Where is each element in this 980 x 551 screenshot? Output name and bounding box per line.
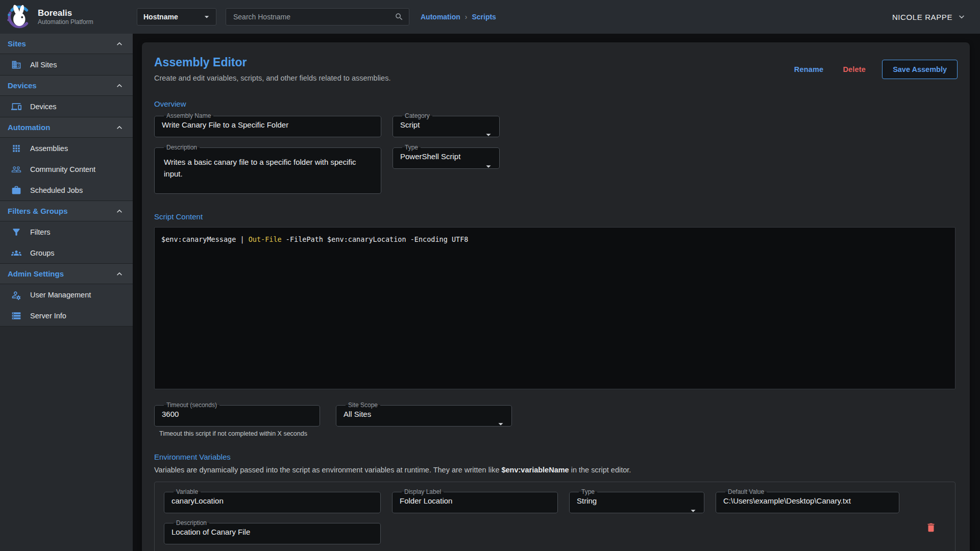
breadcrumb-scripts[interactable]: Scripts (472, 13, 496, 21)
type-value: PowerShell Script (399, 151, 493, 161)
assembly-name-field[interactable]: Assembly Name Write Canary File to a Spe… (154, 113, 381, 137)
sidebar-header-label: Admin Settings (8, 269, 64, 278)
display-label-field[interactable]: Display Label Folder Location (392, 489, 558, 513)
variable-description-value[interactable]: Location of Canary File (170, 526, 374, 536)
sidebar: Sites All Sites Devices Devices Automati… (0, 34, 133, 551)
chevron-up-icon (114, 81, 125, 91)
save-assembly-button[interactable]: Save Assembly (882, 60, 958, 79)
site-scope-select[interactable]: Site Scope All Sites (336, 403, 512, 427)
chevron-down-icon (957, 12, 967, 22)
site-scope-label: Site Scope (346, 403, 380, 408)
env-vars-section-label: Environment Variables (154, 453, 958, 461)
description-value[interactable]: Writes a basic canary file to a specific… (161, 151, 375, 180)
sidebar-item-filters[interactable]: Filters (0, 221, 133, 242)
brand: Borealis Automation Platform (0, 4, 133, 30)
sidebar-item-label: Server Info (30, 312, 66, 320)
variable-name-field[interactable]: Variable canaryLocation (164, 489, 381, 513)
sidebar-section-sites: Sites All Sites (0, 34, 133, 76)
breadcrumb-automation[interactable]: Automation (421, 13, 460, 21)
sidebar-header-sites[interactable]: Sites (0, 34, 133, 54)
sidebar-header-filters-groups[interactable]: Filters & Groups (0, 201, 133, 221)
main-content: Assembly Editor Create and edit variable… (133, 34, 980, 551)
sidebar-section-automation: Automation Assemblies Community Content … (0, 117, 133, 201)
search-icon[interactable] (395, 12, 404, 21)
default-value-label: Default Value (725, 489, 767, 495)
sidebar-section-filters-groups: Filters & Groups Filters Groups (0, 201, 133, 264)
groups-icon (11, 248, 21, 258)
sidebar-item-groups[interactable]: Groups (0, 242, 133, 263)
people-icon (11, 164, 21, 174)
delete-button[interactable]: Delete (837, 61, 872, 78)
sidebar-header-admin-settings[interactable]: Admin Settings (0, 264, 133, 284)
variable-row-1: Variable canaryLocation Display Label Fo… (164, 489, 946, 513)
variable-name-value[interactable]: canaryLocation (170, 495, 374, 505)
variable-description-label: Description (174, 520, 209, 526)
breadcrumb: Automation › Scripts (421, 13, 496, 21)
borealis-rabbit-logo (6, 4, 32, 30)
env-desc-prefix: Variables are dynamically passed into th… (154, 466, 501, 474)
sidebar-item-all-sites[interactable]: All Sites (0, 54, 133, 75)
rename-button[interactable]: Rename (788, 61, 830, 78)
variable-type-select[interactable]: Type String (569, 489, 704, 513)
grid-icon (11, 143, 21, 154)
chevron-down-icon (202, 12, 212, 22)
sidebar-item-community-content[interactable]: Community Content (0, 159, 133, 180)
sidebar-item-label: Scheduled Jobs (30, 186, 83, 194)
user-name: NICOLE RAPPE (892, 13, 952, 21)
default-value-value[interactable]: C:\Users\example\Desktop\Canary.txt (722, 495, 893, 505)
dropdown-caret-icon (495, 418, 506, 430)
hostname-select[interactable]: Hostname (137, 8, 216, 26)
assembly-name-value[interactable]: Write Canary File to a Specific Folder (161, 119, 375, 129)
sidebar-header-automation[interactable]: Automation (0, 117, 133, 138)
sidebar-section-devices: Devices Devices (0, 76, 133, 117)
timeout-field[interactable]: Timeout (seconds) 3600 (154, 403, 320, 427)
category-label: Category (402, 113, 432, 119)
sidebar-header-label: Devices (8, 81, 37, 90)
sidebar-header-label: Sites (8, 39, 26, 48)
action-buttons: Rename Delete Save Assembly (788, 60, 958, 79)
assembly-name-label: Assembly Name (164, 113, 213, 119)
overview-row-2: Description Writes a basic canary file t… (154, 145, 958, 194)
breadcrumb-separator: › (465, 13, 468, 21)
briefcase-icon (11, 185, 21, 195)
overview-section-label: Overview (154, 99, 958, 108)
sidebar-header-devices[interactable]: Devices (0, 76, 133, 96)
display-label-label: Display Label (402, 489, 444, 495)
display-label-value[interactable]: Folder Location (399, 495, 551, 505)
variable-row-2: Description Location of Canary File (164, 520, 946, 544)
variable-type-value: String (576, 495, 698, 505)
variable-description-field[interactable]: Description Location of Canary File (164, 520, 381, 544)
dropdown-caret-icon (483, 161, 494, 172)
search-input[interactable] (232, 12, 395, 21)
sidebar-item-label: Filters (30, 228, 50, 236)
env-desc-suffix: in the script editor. (569, 466, 631, 474)
type-select[interactable]: Type PowerShell Script (393, 145, 500, 169)
sidebar-item-label: User Management (30, 291, 91, 299)
env-variable-card: Variable canaryLocation Display Label Fo… (154, 482, 955, 551)
search-box (226, 8, 409, 26)
assembly-editor-card: Assembly Editor Create and edit variable… (142, 42, 970, 551)
sidebar-item-assemblies[interactable]: Assemblies (0, 138, 133, 159)
env-vars-description: Variables are dynamically passed into th… (154, 466, 958, 474)
sidebar-item-devices[interactable]: Devices (0, 96, 133, 117)
category-value: Script (399, 119, 493, 129)
sidebar-item-server-info[interactable]: Server Info (0, 305, 133, 326)
delete-variable-button[interactable] (923, 520, 939, 537)
topbar: Borealis Automation Platform Hostname Au… (0, 0, 980, 34)
description-field[interactable]: Description Writes a basic canary file t… (154, 145, 381, 194)
timeout-value[interactable]: 3600 (161, 408, 313, 418)
dropdown-caret-icon (688, 505, 699, 516)
default-value-field[interactable]: Default Value C:\Users\example\Desktop\C… (716, 489, 899, 513)
hostname-select-value: Hostname (143, 13, 202, 21)
category-select[interactable]: Category Script (393, 113, 500, 137)
sidebar-section-admin-settings: Admin Settings User Management Server In… (0, 264, 133, 327)
sidebar-item-scheduled-jobs[interactable]: Scheduled Jobs (0, 180, 133, 201)
page-subtitle: Create and edit variables, scripts, and … (154, 74, 390, 82)
sidebar-item-label: Community Content (30, 165, 95, 173)
devices-icon (11, 102, 21, 112)
timeout-row: Timeout (seconds) 3600 Timeout this scri… (154, 403, 958, 437)
user-menu[interactable]: NICOLE RAPPE (892, 12, 967, 22)
script-code-editor[interactable]: $env:canaryMessage | Out-File -FilePath … (154, 227, 955, 389)
server-icon (11, 311, 21, 321)
sidebar-item-user-management[interactable]: User Management (0, 284, 133, 305)
